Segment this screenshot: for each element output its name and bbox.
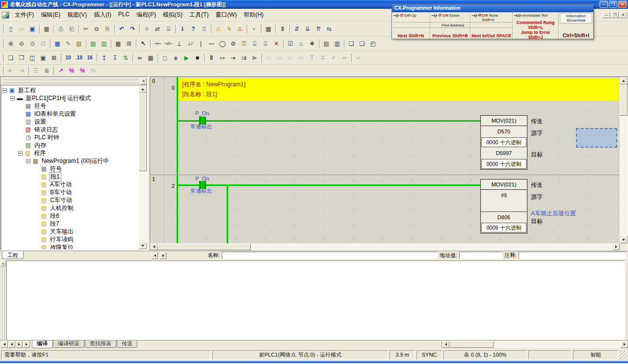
show-sections-icon[interactable]: ▤: [321, 39, 332, 49]
ladder-editor[interactable]: 0 0 [程序名 : NewProgram1] [段名称 : 段1] P_On …: [150, 77, 628, 251]
zoom-100-icon[interactable]: ⊙: [27, 39, 38, 49]
warning-monitor-icon[interactable]: ⚠: [213, 24, 224, 34]
tile-view-icon[interactable]: ◰: [367, 39, 378, 49]
new-vertical-icon[interactable]: ❘: [195, 39, 206, 49]
tree-item[interactable]: ▣新工程: [1, 86, 139, 94]
tree-item[interactable]: ▬新PLC1[CP1H] 运行模式: [1, 94, 139, 102]
mdi-close-button[interactable]: ✕: [619, 12, 627, 18]
new-closed-contact-icon[interactable]: ⊣/⊢: [163, 39, 174, 49]
popup-cell-information[interactable]: Information Show/Hide Ctrl+Shift+I: [559, 12, 593, 39]
tree-scroll-thumb[interactable]: [139, 93, 147, 171]
tree-item[interactable]: ▥设置: [1, 118, 139, 126]
output-horizontal-scrollbar[interactable]: [442, 341, 628, 348]
transfer-memory-icon[interactable]: ▭: [285, 53, 296, 63]
menu-item[interactable]: PLC: [115, 9, 133, 21]
print-icon[interactable]: ⎙: [55, 24, 66, 34]
popup-title-bar[interactable]: CX-Programmer Information: [392, 4, 593, 12]
source-operand[interactable]: #9: [481, 190, 527, 201]
toggle-bit-icon[interactable]: ≖: [339, 53, 350, 63]
usage-percent-detail-icon[interactable]: %: [77, 66, 88, 76]
cut-icon[interactable]: ✂: [80, 24, 91, 34]
select-mode-icon[interactable]: ↖: [138, 39, 149, 49]
tree-item[interactable]: ▤C车寸动: [1, 196, 139, 204]
ladder-hscroll-thumb[interactable]: [157, 243, 251, 250]
output-hscroll-thumb[interactable]: [449, 341, 494, 348]
hex-display-icon[interactable]: 16: [84, 53, 95, 63]
output-tab[interactable]: 编译: [32, 340, 52, 348]
tree-item[interactable]: ▦符号: [1, 165, 139, 173]
error-alert-icon[interactable]: ⚠: [235, 24, 245, 34]
paste-icon[interactable]: ⎘: [102, 24, 113, 34]
address-input[interactable]: [459, 252, 502, 259]
online-edit-lightning-icon[interactable]: ϟ: [224, 24, 235, 34]
scan-run-icon[interactable]: ⊳: [249, 53, 260, 63]
output-scroll-left-button[interactable]: [442, 341, 449, 348]
name-input[interactable]: [222, 252, 438, 259]
ladder-scroll-right-button[interactable]: [612, 243, 620, 250]
pause-flag-icon[interactable]: ‖: [277, 24, 288, 34]
watch-window-icon[interactable]: ▩: [113, 39, 124, 49]
properties-icon[interactable]: ▫: [249, 24, 260, 34]
usage-arrow-icon[interactable]: ↗: [55, 66, 66, 76]
zoom-fit-icon[interactable]: ⊡: [38, 39, 49, 49]
output-tab[interactable]: 编译错误: [53, 340, 84, 348]
tree-item[interactable]: ▤行车读码: [1, 235, 139, 243]
collapse-left-button[interactable]: [152, 252, 158, 259]
dest-operand[interactable]: D806: [481, 211, 527, 222]
tree-scroll-down-button[interactable]: [139, 242, 147, 249]
prev-tab-button[interactable]: [8, 341, 15, 348]
work-online-icon[interactable]: ⇵: [291, 24, 302, 34]
menu-item[interactable]: 编辑(E): [37, 9, 64, 21]
restore-button[interactable]: ❐: [609, 1, 617, 8]
new-closed-coil-icon[interactable]: ⊘: [228, 39, 238, 49]
tile-vertical-icon[interactable]: ◫: [27, 53, 38, 63]
undo-icon[interactable]: ↶: [116, 24, 127, 34]
usage-percent-icon[interactable]: %: [66, 66, 77, 76]
edit-comments-icon[interactable]: ❖: [307, 39, 317, 49]
information-popup[interactable]: CX-Programmer Information ⊣⊦ @ Diff-Up N…: [392, 4, 594, 39]
menu-item[interactable]: 视图(V): [64, 9, 90, 21]
run-mode-icon[interactable]: ■: [192, 53, 203, 63]
new-instruction-icon[interactable]: ⎅: [238, 39, 249, 49]
first-tab-button[interactable]: [1, 341, 8, 348]
transfer-section-icon[interactable]: ▭: [274, 53, 285, 63]
ladder-content[interactable]: 0 0 [程序名 : NewProgram1] [段名称 : 段1] P_On …: [150, 77, 620, 243]
new-pb-instruction-icon[interactable]: ⌺: [249, 39, 260, 49]
compile-icon[interactable]: ▩: [41, 24, 52, 34]
tree-item[interactable]: ▤天车输出: [1, 228, 139, 235]
rung-comment-banner[interactable]: [程序名 : NewProgram1] [段名称 : 段1]: [178, 78, 619, 101]
comment-input[interactable]: [519, 252, 626, 259]
signed-decimal-display-icon[interactable]: .10: [74, 53, 84, 63]
tree-item[interactable]: ▤段1: [1, 173, 139, 181]
tree-item[interactable]: ▤B车寸动: [1, 188, 139, 196]
child-window-icon[interactable]: [2, 12, 9, 19]
step-run-icon[interactable]: ↦: [217, 53, 228, 63]
output-scroll-right-button[interactable]: [621, 341, 628, 348]
tree-scrollbar[interactable]: [139, 85, 147, 249]
tree-item[interactable]: ▤段7: [1, 220, 139, 228]
collapse-right-button[interactable]: [160, 252, 166, 259]
zoom-out-icon[interactable]: ⊖: [16, 39, 27, 49]
program-mode-icon[interactable]: ◻: [159, 53, 170, 63]
new-or-contact-icon[interactable]: ⊥: [174, 39, 184, 49]
new-contact-icon[interactable]: ⊣⊢: [152, 39, 163, 49]
menu-item[interactable]: 模拟(S): [159, 9, 186, 21]
new-or-closed-contact-icon[interactable]: ⊥/: [184, 39, 195, 49]
tree-expander-icon[interactable]: [26, 159, 30, 163]
address-comment-icon[interactable]: ⌂: [296, 39, 307, 49]
download-to-plc-icon[interactable]: ⇊: [302, 24, 313, 34]
last-tab-button[interactable]: [23, 341, 30, 348]
tree-item[interactable]: ▦符号: [1, 102, 139, 110]
resize-grip[interactable]: [620, 350, 627, 360]
tree-expander-icon[interactable]: [18, 151, 23, 156]
continuous-step-icon[interactable]: ⇉: [238, 53, 249, 63]
toolbar-grip[interactable]: [2, 53, 3, 62]
address-reference-icon[interactable]: ⊞: [124, 39, 134, 49]
ladder-scroll-left-button[interactable]: [150, 243, 157, 250]
rung-list-icon[interactable]: ☰: [30, 66, 41, 76]
menu-item[interactable]: 工具(T): [186, 9, 212, 21]
open-file-icon[interactable]: ▱: [16, 24, 27, 34]
grid-toggle-icon[interactable]: ▦: [52, 39, 63, 49]
force-set-icon[interactable]: ↥: [99, 53, 109, 63]
find-report-icon[interactable]: ⍈: [163, 24, 174, 34]
